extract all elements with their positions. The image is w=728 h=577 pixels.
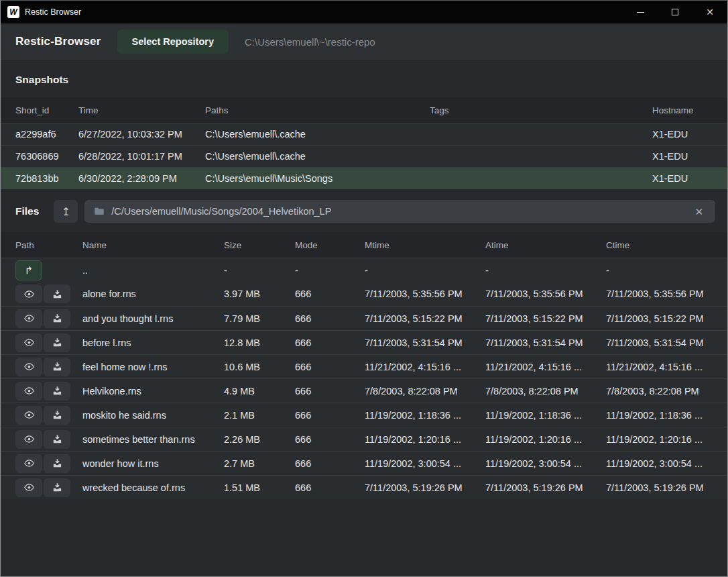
col-mode: Mode [295,240,365,250]
snapshot-paths: C:\Users\emuell\.cache [205,151,430,162]
file-mtime: 7/11/2003, 5:31:54 PM [365,337,485,348]
repository-path: C:\Users\emuell\~\restic-repo [245,36,375,48]
maximize-icon [672,9,678,15]
maximize-button[interactable] [658,1,692,23]
file-mtime: 7/11/2003, 5:19:26 PM [365,482,485,493]
file-ctime: 11/21/2002, 4:15:16 ... [606,362,713,372]
download-file-button[interactable] [44,333,70,352]
file-ctime: 7/11/2003, 5:19:26 PM [606,482,713,493]
file-atime: 11/19/2002, 1:20:16 ... [485,434,606,445]
download-icon [52,482,62,492]
file-mode: 666 [295,482,365,493]
file-row[interactable]: sometimes better than.rns 2.26 MB 666 11… [1,427,727,451]
file-row-actions [15,382,82,401]
eye-icon [23,433,35,445]
download-file-button[interactable] [44,454,70,473]
file-row-actions [15,430,82,449]
view-file-button[interactable] [15,406,42,425]
download-file-button[interactable] [44,478,70,497]
file-ctime: 11/19/2002, 1:18:36 ... [606,410,713,421]
path-breadcrumb[interactable]: /C/Users/emuell/Music/Songs/2004_Helveti… [84,200,715,223]
files-table-body: alone for.rns 3.97 MB 666 7/11/2003, 5:3… [1,282,727,499]
snapshot-row[interactable]: 76306869 6/28/2022, 10:01:17 PM C:\Users… [1,145,727,167]
download-file-button[interactable] [44,430,70,449]
download-file-button[interactable] [44,284,70,303]
download-file-button[interactable] [44,358,70,376]
col-paths: Paths [205,105,430,115]
file-mode: 666 [295,386,365,397]
file-mtime: 11/19/2002, 1:18:36 ... [365,410,485,421]
snapshot-time: 6/27/2022, 10:03:32 PM [78,129,205,140]
view-file-button[interactable] [15,478,42,497]
view-file-button[interactable] [15,382,42,401]
file-row[interactable]: feel home now !.rns 10.6 MB 666 11/21/20… [1,354,727,378]
file-size: 12.8 MB [224,337,295,348]
view-file-button[interactable] [15,454,42,473]
parent-directory-row[interactable]: ↱ .. - - - - - [1,258,727,282]
view-file-button[interactable] [15,358,42,376]
file-row[interactable]: wrecked because of.rns 1.51 MB 666 7/11/… [1,475,727,499]
download-file-button[interactable] [44,406,70,425]
go-up-button[interactable]: ↱ [15,260,42,280]
file-row[interactable]: Helvikone.rns 4.9 MB 666 7/8/2003, 8:22:… [1,378,727,403]
file-mtime: 7/8/2003, 8:22:08 PM [365,386,485,397]
parent-row-actions: ↱ [15,260,82,280]
col-hostname: Hostname [652,105,713,115]
col-short-id: Short_id [15,105,78,115]
file-mode: 666 [295,410,365,421]
file-name: moskito he said.rns [82,410,224,421]
download-file-button[interactable] [44,309,70,328]
file-row[interactable]: moskito he said.rns 2.1 MB 666 11/19/200… [1,403,727,427]
file-row[interactable]: alone for.rns 3.97 MB 666 7/11/2003, 5:3… [1,282,727,306]
clear-icon: ✕ [694,206,703,217]
view-file-button[interactable] [15,430,42,449]
col-ctime: Ctime [606,240,713,250]
download-icon [52,410,62,420]
eye-icon [23,458,35,469]
app-logo-icon: W [7,6,19,18]
snapshot-hostname: X1-EDU [652,151,713,162]
view-file-button[interactable] [15,333,42,352]
file-size: 2.1 MB [224,410,295,421]
snapshot-row-selected[interactable]: 72b813bb 6/30/2022, 2:28:09 PM C:\Users\… [1,167,727,189]
file-atime: 11/19/2002, 3:00:54 ... [485,458,606,469]
file-atime: - [485,265,606,276]
view-file-button[interactable] [15,284,42,303]
clear-path-button[interactable]: ✕ [692,205,706,218]
col-size: Size [224,240,295,250]
file-size: 2.7 MB [224,458,295,469]
file-row[interactable]: and you thought l.rns 7.79 MB 666 7/11/2… [1,306,727,330]
view-file-button[interactable] [15,309,42,328]
file-mtime: 11/19/2002, 3:00:54 ... [365,458,485,469]
download-file-button[interactable] [44,382,70,401]
close-button[interactable]: ✕ [692,1,727,23]
file-atime: 7/11/2003, 5:15:22 PM [485,313,606,324]
snapshot-row[interactable]: a2299af6 6/27/2022, 10:03:32 PM C:\Users… [1,123,727,145]
select-repository-button[interactable]: Select Repository [117,30,229,54]
file-row-actions [15,284,82,303]
file-atime: 7/11/2003, 5:31:54 PM [485,337,606,348]
download-icon [52,289,62,299]
eye-icon [23,337,35,348]
minimize-button[interactable] [623,1,658,23]
up-arrow-from-bar-icon: ↥ [62,205,70,218]
snapshot-paths: C:\Users\emuell\.cache [205,129,430,140]
file-size: 1.51 MB [224,482,295,493]
close-icon: ✕ [706,7,714,17]
app-title: Restic-Browser [15,35,101,48]
snapshot-paths: C:\Users\emuell\Music\Songs [205,173,430,184]
file-row-actions [15,478,82,497]
file-ctime: 7/11/2003, 5:31:54 PM [606,337,713,348]
up-directory-button[interactable]: ↥ [54,200,78,223]
download-icon [52,434,62,444]
download-icon [52,362,62,372]
file-ctime: 11/19/2002, 3:00:54 ... [606,458,713,469]
file-size: 4.9 MB [224,386,295,397]
breadcrumb-path-text: /C/Users/emuell/Music/Songs/2004_Helveti… [111,206,685,217]
eye-icon [23,385,35,397]
file-row[interactable]: before l.rns 12.8 MB 666 7/11/2003, 5:31… [1,330,727,354]
snapshot-time: 6/28/2022, 10:01:17 PM [78,151,205,162]
snapshot-hostname: X1-EDU [652,173,713,184]
titlebar: W Restic Browser ✕ [1,1,727,23]
file-row[interactable]: wonder how it.rns 2.7 MB 666 11/19/2002,… [1,451,727,475]
